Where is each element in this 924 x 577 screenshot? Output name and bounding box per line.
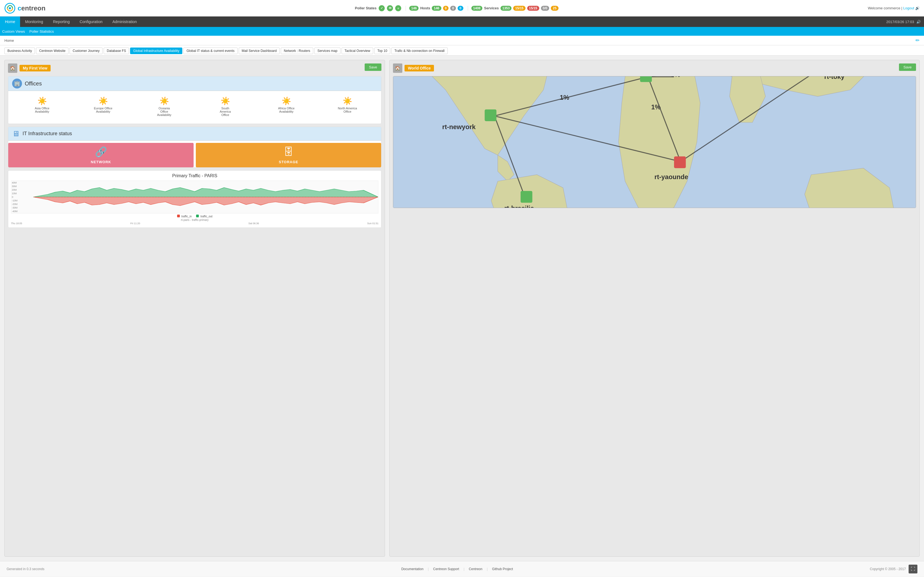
sub-nav: Custom Views Poller Statistics bbox=[0, 27, 924, 36]
y-label-6: -20M bbox=[12, 203, 18, 206]
office-oceania[interactable]: ☀️ Oceania Office Availability bbox=[155, 97, 174, 116]
nav-home[interactable]: Home bbox=[0, 16, 20, 27]
office-oceania-label: Oceania Office Availability bbox=[155, 106, 174, 116]
fullscreen-button[interactable]: ⛶ bbox=[909, 565, 918, 574]
footer-copyright: Copyright © 2005 - 2017 bbox=[870, 567, 906, 571]
left-panel: 🏠 My First View Save 🏢 Offices ☀️ Asia O… bbox=[5, 60, 385, 557]
tab-mail-service[interactable]: Mail Service Dashboard bbox=[239, 48, 279, 54]
it-infra-widget: 🖥 IT Infrastructure status 🔗 NETWORK 🗄 S… bbox=[8, 127, 381, 168]
sun-icon-oceania: ☀️ bbox=[160, 97, 169, 105]
tab-services-map[interactable]: Services map bbox=[314, 48, 341, 54]
breadcrumb: Home bbox=[5, 39, 14, 43]
chart-y-labels: 40M 30M 20M 10M 0 -10M -20M -30M -40M bbox=[11, 181, 18, 213]
svg-text:rt-yaounde: rt-yaounde bbox=[654, 173, 688, 181]
tab-top10[interactable]: Top 10 bbox=[374, 48, 390, 54]
services-count-4: 25 bbox=[551, 6, 558, 11]
user-area: Welcome commerce | Logout 🔊 bbox=[868, 6, 919, 10]
server-icon: 🖥 bbox=[12, 129, 20, 138]
chart-area: 40M 30M 20M 10M 0 -10M -20M -30M -40M bbox=[11, 181, 378, 213]
traffic-widget: Primary Traffic - PARIS 40M 30M 20M 10M … bbox=[8, 170, 381, 228]
subnav-poller-stats[interactable]: Poller Statistics bbox=[29, 29, 54, 34]
office-asia[interactable]: ☀️ Asia Office Availability bbox=[32, 97, 52, 113]
hosts-count-0: 146 bbox=[432, 6, 441, 11]
sun-icon-asia: ☀️ bbox=[37, 97, 47, 105]
services-count-3: 0/0 bbox=[541, 6, 549, 11]
tab-trafic-firewall[interactable]: Trafic & Nb connection on Firewall bbox=[391, 48, 447, 54]
poller-states-section: Poller States ✓ ✉ ≡ 146 Hosts 146 0 0 0 … bbox=[355, 5, 559, 11]
y-label-8: -40M bbox=[12, 210, 18, 213]
nav-monitoring[interactable]: Monitoring bbox=[20, 16, 48, 27]
tab-centreon-website[interactable]: Centreon Website bbox=[36, 48, 68, 54]
tab-customer-journey[interactable]: Customer Journey bbox=[69, 48, 103, 54]
logout-link[interactable]: Logout bbox=[903, 6, 914, 10]
left-home-icon[interactable]: 🏠 bbox=[8, 63, 17, 73]
office-south-america-label: South America Office bbox=[216, 106, 235, 116]
poller-state-1: ✓ bbox=[379, 5, 385, 11]
tab-global-infra[interactable]: Global Infrastructure Availability bbox=[130, 48, 183, 54]
breadcrumb-bar: Home ✏ bbox=[0, 36, 924, 45]
y-label-4: 0 bbox=[12, 196, 18, 198]
office-south-america[interactable]: ☀️ South America Office bbox=[216, 97, 235, 116]
tabs-bar: Business Activity Centreon Website Custo… bbox=[0, 45, 924, 55]
tab-global-it-status[interactable]: Global IT status & current events bbox=[183, 48, 237, 54]
office-africa-label: Africa Office Availability bbox=[277, 106, 296, 113]
left-save-button[interactable]: Save bbox=[365, 63, 382, 71]
nav-configuration[interactable]: Configuration bbox=[74, 16, 107, 27]
footer-link-support[interactable]: Centreon Support bbox=[433, 567, 459, 571]
office-europe[interactable]: ☀️ Europe Office Availability bbox=[94, 97, 113, 113]
world-map: rt-newyork rt-paris rt-brasilia rt-yaoun… bbox=[393, 76, 916, 208]
hosts-count-1: 0 bbox=[443, 6, 449, 11]
services-total-badge: 1408 bbox=[471, 6, 483, 11]
svg-text:rt-newyork: rt-newyork bbox=[442, 123, 476, 131]
footer-link-centreon[interactable]: Centreon bbox=[469, 567, 482, 571]
svg-text:1%: 1% bbox=[560, 94, 569, 101]
right-save-button[interactable]: Save bbox=[899, 63, 916, 71]
services-label: Services bbox=[484, 6, 499, 10]
footer-link-github[interactable]: Github Project bbox=[492, 567, 513, 571]
sun-icon-africa: ☀️ bbox=[282, 97, 291, 105]
svg-rect-11 bbox=[485, 110, 497, 121]
office-north-america[interactable]: ☀️ North America Office bbox=[338, 97, 357, 113]
logo-text: centreon bbox=[18, 5, 45, 12]
tab-business-activity[interactable]: Business Activity bbox=[5, 48, 35, 54]
tab-database-fs[interactable]: Database FS bbox=[104, 48, 129, 54]
sun-icon-north-america: ☀️ bbox=[342, 97, 352, 105]
svg-text:rt-brasilia: rt-brasilia bbox=[504, 205, 534, 208]
main-nav: Home Monitoring Reporting Configuration … bbox=[0, 16, 924, 27]
svg-rect-15 bbox=[520, 191, 532, 203]
right-home-icon[interactable]: 🏠 bbox=[393, 63, 402, 73]
right-panel: 🏠 World Office Save bbox=[389, 60, 919, 557]
footer-link-docs[interactable]: Documentation bbox=[401, 567, 423, 571]
x-label-1: Fri 11:20 bbox=[130, 222, 140, 225]
y-label-0: 40M bbox=[12, 181, 18, 184]
edit-icon[interactable]: ✏ bbox=[916, 37, 919, 44]
poller-state-2: ✉ bbox=[387, 5, 393, 11]
offices-body: ☀️ Asia Office Availability ☀️ Europe Of… bbox=[8, 91, 381, 124]
logo[interactable]: centreon bbox=[5, 3, 45, 14]
right-view-label: World Office bbox=[404, 65, 434, 71]
storage-card[interactable]: 🗄 STORAGE bbox=[196, 143, 381, 167]
x-label-2: Sat 06:36 bbox=[248, 222, 259, 225]
tab-network-routers[interactable]: Network : Routers bbox=[281, 48, 313, 54]
office-africa[interactable]: ☀️ Africa Office Availability bbox=[277, 97, 296, 113]
tab-tactical-overview[interactable]: Tactical Overview bbox=[342, 48, 373, 54]
offices-title: Offices bbox=[25, 81, 42, 87]
footer-links: Documentation | Centreon Support | Centr… bbox=[401, 567, 513, 571]
network-card[interactable]: 🔗 NETWORK bbox=[8, 143, 194, 167]
nav-reporting[interactable]: Reporting bbox=[48, 16, 75, 27]
y-label-1: 30M bbox=[12, 185, 18, 188]
office-north-america-label: North America Office bbox=[338, 106, 357, 113]
nav-administration[interactable]: Administration bbox=[108, 16, 142, 27]
footer-generated: Generated in 0.3 seconds bbox=[6, 567, 44, 571]
it-infra-header: 🖥 IT Infrastructure status bbox=[8, 127, 381, 141]
traffic-title: Primary Traffic - PARIS bbox=[11, 173, 378, 178]
subnav-custom-views[interactable]: Custom Views bbox=[2, 29, 25, 34]
y-label-5: -10M bbox=[12, 199, 18, 202]
services-section: 1408 Services 1353 15/15 15/15 0/0 25 bbox=[468, 6, 559, 11]
x-labels: Thu 18:05 Fri 11:20 Sat 06:36 Sun 01:51 bbox=[11, 222, 378, 225]
user-info: Welcome commerce | Logout 🔊 bbox=[868, 6, 919, 10]
svg-text:3%: 3% bbox=[671, 76, 680, 78]
datetime: 2017/03/26 17:03 🔊 bbox=[886, 20, 924, 24]
legend-traffic-out: traffic_out bbox=[196, 214, 213, 218]
top-header: centreon Poller States ✓ ✉ ≡ 146 Hosts 1… bbox=[0, 0, 924, 16]
